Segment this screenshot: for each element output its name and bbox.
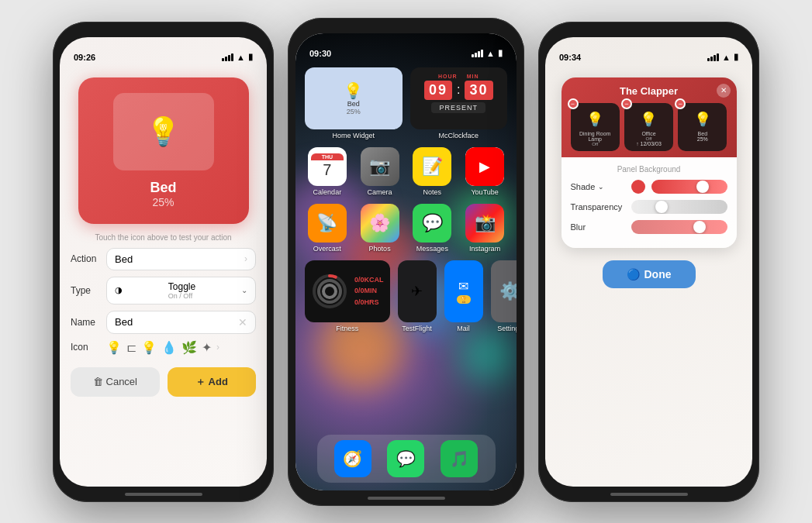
app-instagram[interactable]: 📸 Instagram bbox=[462, 204, 507, 253]
home-widget-bulb-icon: 💡 bbox=[344, 81, 363, 100]
clock-widget-container: HOUR MIN 09 : 30 PRESENT McClockface bbox=[410, 67, 508, 139]
svg-point-2 bbox=[323, 285, 336, 298]
fitness-kcal: 0/0KCAL bbox=[354, 274, 384, 285]
camera-label: Camera bbox=[368, 188, 392, 196]
form-buttons: 🗑 Cancel ＋ Add bbox=[60, 361, 267, 397]
device-bulb-1: 💡 bbox=[586, 111, 603, 128]
app-testflight[interactable]: ✈ TestFlight bbox=[398, 260, 437, 332]
dock-spotify[interactable]: 🎵 bbox=[441, 440, 478, 477]
icon-leaf[interactable]: 🌿 bbox=[181, 340, 197, 355]
icon-star[interactable]: ✦ bbox=[202, 340, 212, 355]
clear-icon[interactable]: ✕ bbox=[238, 316, 247, 329]
name-input[interactable]: Bed ✕ bbox=[106, 311, 256, 334]
shade-color-dot[interactable] bbox=[631, 180, 645, 194]
dock-safari[interactable]: 🧭 bbox=[334, 440, 371, 477]
app-youtube[interactable]: ▶ YouTube bbox=[462, 147, 507, 196]
min-label: MIN bbox=[467, 74, 479, 79]
icon-more[interactable]: › bbox=[216, 342, 219, 353]
battery-icon-2: ▮ bbox=[498, 48, 503, 58]
app-photos[interactable]: 🌸 Photos bbox=[358, 204, 403, 253]
shade-slider[interactable] bbox=[651, 180, 727, 194]
home-widget-name: Bed bbox=[347, 100, 360, 108]
widget-percentage: 25% bbox=[152, 196, 174, 208]
plus-icon: ＋ bbox=[195, 375, 206, 389]
clock-widget[interactable]: HOUR MIN 09 : 30 PRESENT bbox=[410, 67, 508, 129]
device-status-1: Off bbox=[592, 142, 598, 146]
fitness-hrs: 0/0HRS bbox=[354, 297, 384, 308]
icon-link[interactable]: ⊏ bbox=[126, 340, 136, 355]
clock-hour: 09 bbox=[424, 81, 452, 100]
home-widget[interactable]: 💡 Bed 25% bbox=[305, 67, 403, 129]
status-bar-3: 09:34 ▲ ▮ bbox=[545, 37, 752, 71]
transparency-thumb[interactable] bbox=[655, 201, 668, 213]
signal-icon bbox=[222, 53, 233, 61]
cancel-button[interactable]: 🗑 Cancel bbox=[71, 367, 160, 397]
bulb-icon: 💡 bbox=[146, 115, 181, 148]
app-overcast[interactable]: 📡 Overcast bbox=[305, 204, 350, 253]
battery-icon-3: ▮ bbox=[734, 52, 738, 62]
device-bulb-3: 💡 bbox=[694, 111, 711, 128]
done-label: Done bbox=[644, 268, 672, 280]
device-office[interactable]: − 💡 Office Off ↑ 12/03/03 bbox=[624, 103, 673, 151]
clapper-close-button[interactable]: ✕ bbox=[717, 84, 731, 98]
icon-row: Icon 💡 ⊏ 💡 💧 🌿 ✦ › bbox=[71, 340, 256, 355]
transparency-label: Transparency bbox=[571, 202, 625, 212]
app-camera[interactable]: 📷 Camera bbox=[358, 147, 403, 196]
phone-2-screen: 09:30 ▲ ▮ bbox=[295, 33, 517, 490]
device-minus-1[interactable]: − bbox=[568, 98, 579, 109]
done-button[interactable]: 🔵 Done bbox=[603, 260, 696, 288]
wifi-icon-2: ▲ bbox=[486, 49, 495, 58]
time-3: 09:34 bbox=[559, 53, 581, 62]
fitness-min: 0/0MIN bbox=[354, 285, 384, 296]
overcast-label: Overcast bbox=[313, 245, 341, 253]
action-input[interactable]: Bed › bbox=[106, 248, 256, 270]
bed-widget[interactable]: 💡 Bed 25% bbox=[78, 77, 249, 224]
add-button[interactable]: ＋ Add bbox=[168, 367, 257, 397]
app-mail[interactable]: ✉ 🏆 Mail bbox=[444, 260, 483, 332]
panel-bg-section: Panel Background Shade ⌄ Transparency bbox=[561, 157, 737, 248]
wifi-icon: ▲ bbox=[237, 53, 245, 62]
transparency-row: Transparency bbox=[571, 200, 727, 214]
fitness-widget[interactable]: 0/0KCAL 0/0MIN 0/0HRS bbox=[305, 260, 390, 322]
app-settings[interactable]: ⚙️ Settings bbox=[491, 260, 517, 332]
widget-name: Bed bbox=[150, 180, 176, 196]
fitness-ring-svg bbox=[311, 273, 348, 310]
blur-slider[interactable] bbox=[631, 220, 727, 234]
home-bar-2 bbox=[368, 497, 445, 500]
device-dining-room[interactable]: − 💡 Dining Room Lamp Off bbox=[571, 103, 620, 151]
app-notes[interactable]: 📝 Notes bbox=[410, 147, 455, 196]
device-minus-2[interactable]: − bbox=[621, 98, 632, 109]
device-pct-3: 25% bbox=[697, 136, 708, 142]
widget-row: 💡 Bed 25% Home Widget HOUR MIN bbox=[305, 67, 507, 139]
type-select[interactable]: ◑ Toggle On / Off ⌄ bbox=[106, 277, 256, 305]
phone-3: 09:34 ▲ ▮ The Clapper ✕ − bbox=[538, 22, 759, 502]
clapper-devices: − 💡 Dining Room Lamp Off − 💡 Office Off … bbox=[571, 103, 727, 151]
icon-options: 💡 ⊏ 💡 💧 🌿 ✦ › bbox=[106, 340, 219, 355]
touch-hint: Touch the icon above to test your action bbox=[95, 233, 231, 242]
transparency-slider[interactable] bbox=[631, 200, 727, 214]
icon-light[interactable]: 💡 bbox=[141, 340, 157, 355]
device-minus-3[interactable]: − bbox=[675, 98, 686, 109]
app-messages[interactable]: 💬 Messages bbox=[410, 204, 455, 253]
icon-label: Icon bbox=[71, 342, 100, 353]
icon-drop[interactable]: 💧 bbox=[161, 340, 177, 355]
dock: 🧭 💬 🎵 bbox=[317, 435, 496, 483]
fitness-text: 0/0KCAL 0/0MIN 0/0HRS bbox=[354, 274, 384, 308]
blur-thumb[interactable] bbox=[693, 221, 706, 233]
shade-text: Shade bbox=[571, 182, 596, 191]
app-calendar[interactable]: THU 7 Calendar bbox=[305, 147, 350, 196]
clock-label: McClockface bbox=[410, 132, 508, 139]
status-bar-2: 09:30 ▲ ▮ bbox=[295, 33, 517, 67]
clock-min: 30 bbox=[465, 81, 492, 100]
clock-present: PRESENT bbox=[431, 102, 485, 113]
device-bed[interactable]: − 💡 Bed 25% bbox=[678, 103, 727, 151]
name-label: Name bbox=[71, 317, 100, 328]
shade-thumb[interactable] bbox=[696, 181, 709, 193]
phone-2: 09:30 ▲ ▮ bbox=[288, 18, 524, 506]
dock-whatsapp[interactable]: 💬 bbox=[387, 440, 424, 477]
icon-bulb[interactable]: 💡 bbox=[106, 340, 122, 355]
shade-chevron: ⌄ bbox=[598, 183, 604, 191]
device-bulb-2: 💡 bbox=[640, 111, 657, 128]
app-row-2: THU 7 Calendar 📷 Camera 📝 Notes bbox=[305, 147, 507, 196]
action-value: Bed bbox=[115, 253, 133, 265]
